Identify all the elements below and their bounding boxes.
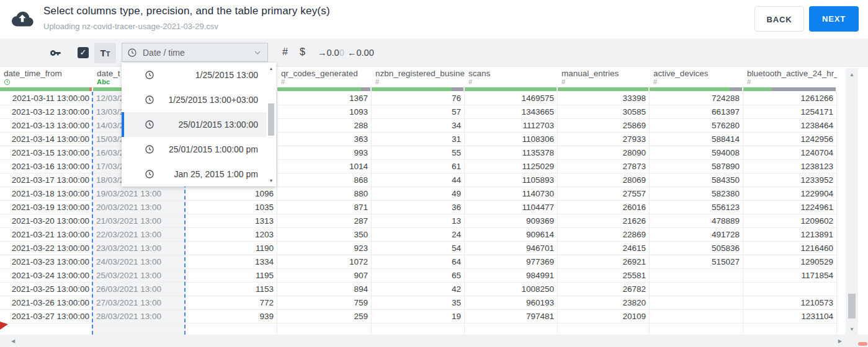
table-cell[interactable]: 19 bbox=[372, 310, 465, 323]
table-cell[interactable]: 797481 bbox=[465, 310, 558, 323]
table-cell[interactable]: 1135378 bbox=[465, 146, 558, 159]
table-cell[interactable]: 27873 bbox=[558, 160, 650, 173]
table-cell[interactable]: 923 bbox=[277, 242, 372, 255]
back-button[interactable]: BACK bbox=[754, 6, 804, 32]
table-cell[interactable]: 1229904 bbox=[743, 187, 837, 200]
next-button[interactable]: NEXT bbox=[809, 6, 859, 32]
dropdown-item[interactable]: 25/01/2015 1:00:00 pm bbox=[122, 137, 266, 162]
table-cell[interactable]: 1313 bbox=[186, 214, 277, 227]
table-cell[interactable]: 1209602 bbox=[743, 214, 837, 227]
table-cell[interactable]: 23/03/2021 13:00 bbox=[93, 242, 186, 255]
table-cell[interactable]: 984991 bbox=[465, 269, 558, 282]
table-cell[interactable]: 1334 bbox=[186, 255, 277, 268]
table-cell[interactable]: 939 bbox=[186, 310, 277, 323]
table-cell[interactable]: 880 bbox=[277, 187, 372, 200]
table-cell[interactable]: 1105893 bbox=[465, 174, 558, 187]
scroll-up-button[interactable]: ▲ bbox=[846, 72, 858, 77]
dropdown-item[interactable]: 1/25/2015 13:00 bbox=[122, 63, 266, 87]
table-cell[interactable]: 2021-03-14 13:00:00 bbox=[0, 133, 93, 146]
table-cell[interactable]: 2021-03-24 13:00:00 bbox=[0, 269, 93, 282]
table-cell[interactable]: 868 bbox=[277, 174, 372, 187]
table-cell[interactable]: 1112703 bbox=[465, 119, 558, 132]
table-cell[interactable] bbox=[650, 323, 743, 334]
text-format-button[interactable]: TT bbox=[94, 43, 116, 63]
table-cell[interactable]: 587890 bbox=[650, 160, 743, 173]
table-cell[interactable]: 363 bbox=[277, 133, 372, 146]
table-cell[interactable]: 1213891 bbox=[743, 228, 837, 241]
table-cell[interactable]: 350 bbox=[277, 228, 372, 241]
table-cell[interactable]: 2021-03-27 13:00:00 bbox=[0, 310, 93, 323]
selected-checkbox[interactable]: ✓ bbox=[78, 47, 89, 58]
table-cell[interactable]: 49 bbox=[372, 187, 465, 200]
mini-scrollbar-thumb[interactable] bbox=[858, 342, 867, 346]
table-cell[interactable]: 36 bbox=[372, 201, 465, 214]
table-cell[interactable]: 1240704 bbox=[743, 146, 837, 159]
table-cell[interactable]: 1238464 bbox=[743, 119, 837, 132]
column-header[interactable]: bluetooth_active_24_hr_# bbox=[743, 67, 837, 87]
table-cell[interactable] bbox=[650, 296, 743, 309]
table-cell[interactable] bbox=[558, 323, 650, 334]
table-cell[interactable]: 55 bbox=[372, 146, 465, 159]
scroll-left-button[interactable]: ◀ bbox=[11, 338, 15, 344]
scroll-down-icon[interactable]: ▼ bbox=[266, 178, 276, 183]
table-cell[interactable]: 57 bbox=[372, 105, 465, 118]
table-cell[interactable]: 2021-03-25 13:00:00 bbox=[0, 283, 93, 296]
table-cell[interactable]: 772 bbox=[186, 296, 277, 309]
table-cell[interactable]: 26921 bbox=[558, 255, 650, 268]
table-cell[interactable]: 1190 bbox=[186, 242, 277, 255]
table-cell[interactable] bbox=[650, 283, 743, 296]
horizontal-scrollbar[interactable]: ◀ ▶ bbox=[0, 335, 846, 347]
table-cell[interactable]: 1210573 bbox=[743, 296, 837, 309]
table-cell[interactable]: 2021-03-11 13:00:00 bbox=[0, 92, 93, 105]
table-cell[interactable]: 25869 bbox=[558, 119, 650, 132]
decimal-decrease-button[interactable]: ←0.00 bbox=[347, 48, 374, 58]
table-cell[interactable]: 1238123 bbox=[743, 160, 837, 173]
dropdown-scrollbar[interactable]: ▲ ▼ bbox=[266, 63, 276, 187]
currency-type-button[interactable]: $ bbox=[300, 46, 305, 58]
dropdown-item[interactable]: 1/25/2015 13:00+03:00 bbox=[122, 87, 266, 112]
table-cell[interactable]: 1242956 bbox=[743, 133, 837, 146]
table-cell[interactable]: 24 bbox=[372, 228, 465, 241]
vertical-scrollbar[interactable]: ▲ ▼ bbox=[846, 68, 858, 347]
table-cell[interactable]: 1140730 bbox=[465, 187, 558, 200]
table-cell[interactable]: 505836 bbox=[650, 242, 743, 255]
table-cell[interactable]: 2021-03-20 13:00:00 bbox=[0, 214, 93, 227]
table-cell[interactable]: 27933 bbox=[558, 133, 650, 146]
table-cell[interactable]: 2021-03-18 13:00:00 bbox=[0, 187, 93, 200]
table-cell[interactable]: 993 bbox=[277, 146, 372, 159]
table-cell[interactable]: 584350 bbox=[650, 174, 743, 187]
table-cell[interactable]: 2021-03-22 13:00:00 bbox=[0, 242, 93, 255]
scroll-right-button[interactable]: ▶ bbox=[838, 338, 842, 344]
table-cell[interactable]: 1231104 bbox=[743, 310, 837, 323]
table-cell[interactable]: 909369 bbox=[465, 214, 558, 227]
table-cell[interactable]: 894 bbox=[277, 283, 372, 296]
table-cell[interactable]: 556123 bbox=[650, 201, 743, 214]
dropdown-item[interactable]: 25/01/2015 13:00:00 bbox=[122, 112, 266, 137]
table-cell[interactable]: 54 bbox=[372, 242, 465, 255]
table-cell[interactable]: 1195 bbox=[186, 269, 277, 282]
type-select[interactable]: Date / time bbox=[122, 43, 268, 62]
table-cell[interactable]: 33398 bbox=[558, 92, 650, 105]
table-cell[interactable]: 1216460 bbox=[743, 242, 837, 255]
table-cell[interactable]: 909614 bbox=[465, 228, 558, 241]
table-cell[interactable]: 19/03/2021 13:00 bbox=[93, 187, 186, 200]
table-cell[interactable] bbox=[465, 323, 558, 334]
table-cell[interactable]: 478889 bbox=[650, 214, 743, 227]
table-cell[interactable]: 724288 bbox=[650, 92, 743, 105]
table-cell[interactable]: 30585 bbox=[558, 105, 650, 118]
table-cell[interactable]: 1343665 bbox=[465, 105, 558, 118]
table-cell[interactable]: 1203 bbox=[186, 228, 277, 241]
table-cell[interactable]: 20109 bbox=[558, 310, 650, 323]
table-cell[interactable]: 26016 bbox=[558, 201, 650, 214]
table-cell[interactable]: 13 bbox=[372, 214, 465, 227]
table-cell[interactable] bbox=[650, 310, 743, 323]
table-cell[interactable]: 1171854 bbox=[743, 269, 837, 282]
table-cell[interactable]: 288 bbox=[277, 119, 372, 132]
vertical-scrollbar-thumb[interactable] bbox=[848, 294, 856, 318]
table-cell[interactable] bbox=[0, 323, 93, 334]
table-cell[interactable]: 28069 bbox=[558, 174, 650, 187]
table-cell[interactable]: 2021-03-21 13:00:00 bbox=[0, 228, 93, 241]
table-cell[interactable]: 65 bbox=[372, 269, 465, 282]
column-header[interactable]: date_time_from bbox=[0, 67, 93, 87]
table-cell[interactable]: 1093 bbox=[277, 105, 372, 118]
